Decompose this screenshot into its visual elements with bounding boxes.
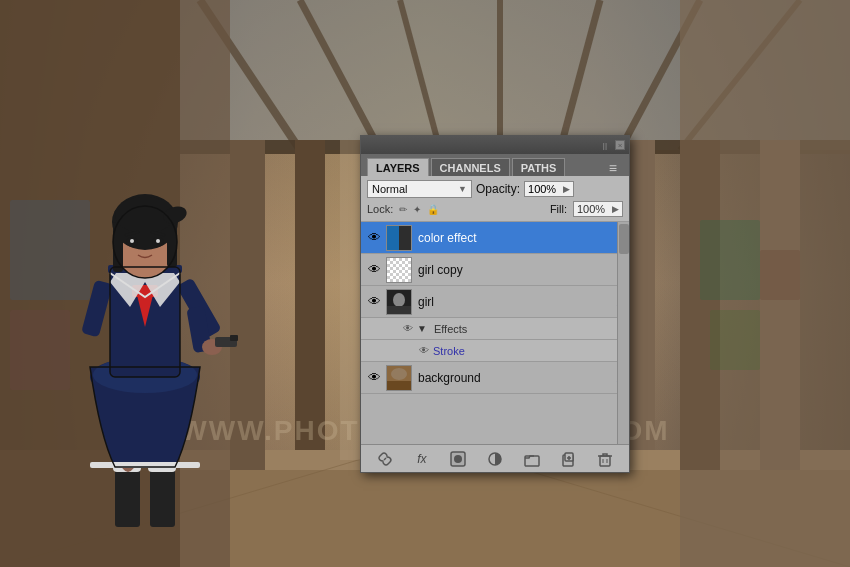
effects-text: Effects [434, 323, 467, 335]
panel-titlebar: || × [361, 136, 629, 154]
svg-point-69 [391, 368, 407, 380]
layer-name-girl-copy: girl copy [418, 263, 625, 277]
svg-rect-27 [115, 467, 140, 527]
girl-figure [20, 67, 270, 567]
tab-paths[interactable]: PATHS [512, 158, 566, 176]
layer-name-girl: girl [418, 295, 612, 309]
layer-name-color-effect: color effect [418, 231, 625, 245]
blend-mode-select[interactable]: Normal ▼ [367, 180, 472, 198]
blend-mode-row: Normal ▼ Opacity: 100% ▶ [367, 180, 623, 198]
layer-stroke-row[interactable]: 👁 Stroke [361, 340, 629, 362]
layer-thumb-girl-copy [386, 257, 412, 283]
svg-line-70 [384, 458, 386, 460]
lock-all-icon[interactable]: 🔒 [427, 204, 439, 215]
layer-list-scrollbar[interactable] [617, 222, 629, 444]
svg-rect-58 [399, 226, 411, 250]
panel-menu-button[interactable]: ≡ [603, 160, 623, 176]
layer-list: 👁 color effect 👁 [361, 222, 629, 444]
fill-input[interactable]: 100% ▶ [573, 201, 623, 217]
blend-mode-value: Normal [372, 183, 407, 195]
svg-rect-25 [710, 310, 760, 370]
footer-group-icon[interactable] [522, 449, 542, 469]
lock-label: Lock: [367, 203, 393, 215]
effects-eye-icon: 👁 [403, 323, 413, 334]
svg-rect-68 [387, 381, 411, 390]
layers-panel: || × LAYERS CHANNELS PATHS ≡ Normal ▼ Op… [360, 135, 630, 473]
svg-rect-63 [387, 258, 411, 282]
opacity-chevron: ▶ [563, 184, 570, 194]
panel-controls: Normal ▼ Opacity: 100% ▶ Lock: ✏ ✦ 🔒 Fil… [361, 176, 629, 222]
svg-point-53 [130, 239, 134, 243]
lock-position-icon[interactable]: ✦ [413, 204, 421, 215]
svg-rect-26 [760, 250, 800, 300]
eye-icon-background: 👁 [368, 370, 381, 385]
blend-chevron: ▼ [458, 184, 467, 194]
layer-item-girl[interactable]: 👁 girl fx [361, 286, 629, 318]
svg-point-72 [454, 455, 462, 463]
layer-item-girl-copy[interactable]: 👁 girl copy [361, 254, 629, 286]
panel-grip: || [603, 141, 607, 150]
layer-list-empty-space [361, 394, 629, 444]
footer-fx-icon[interactable]: fx [412, 449, 432, 469]
opacity-value: 100% [528, 183, 556, 195]
eye-icon-girl: 👁 [368, 294, 381, 309]
layer-name-background: background [418, 371, 612, 385]
svg-rect-44 [81, 280, 113, 338]
panel-close-button[interactable]: × [615, 140, 625, 150]
tab-layers[interactable]: LAYERS [367, 158, 429, 176]
layer-visibility-girl-copy[interactable]: 👁 [365, 261, 383, 279]
layer-effects-row[interactable]: 👁 ▼ Effects [361, 318, 629, 340]
layer-thumb-background [386, 365, 412, 391]
fill-value: 100% [577, 203, 605, 215]
layer-item-color-effect[interactable]: 👁 color effect [361, 222, 629, 254]
stroke-label: Stroke [433, 345, 465, 357]
svg-rect-66 [387, 306, 411, 314]
tab-channels[interactable]: CHANNELS [431, 158, 510, 176]
layer-visibility-girl[interactable]: 👁 [365, 293, 383, 311]
fx-label: fx [417, 452, 426, 466]
eye-icon-girl-copy: 👁 [368, 262, 381, 277]
svg-rect-79 [600, 456, 610, 466]
opacity-label: Opacity: [476, 182, 520, 196]
layer-thumb-color-effect [386, 225, 412, 251]
effects-arrow: ▼ [417, 323, 427, 334]
panel-footer: fx [361, 444, 629, 472]
layer-visibility-background[interactable]: 👁 [365, 369, 383, 387]
svg-rect-28 [150, 467, 175, 527]
svg-rect-20 [680, 140, 720, 470]
svg-rect-21 [760, 140, 800, 470]
layer-list-container: 👁 color effect 👁 [361, 222, 629, 444]
scrollbar-thumb[interactable] [619, 224, 629, 254]
footer-link-icon[interactable] [375, 449, 395, 469]
stroke-eye-icon: 👁 [419, 345, 429, 356]
layer-thumb-girl [386, 289, 412, 315]
opacity-input[interactable]: 100% ▶ [524, 181, 574, 197]
layer-visibility-color-effect[interactable]: 👁 [365, 229, 383, 247]
fill-label: Fill: [550, 203, 567, 215]
lock-pixel-icon[interactable]: ✏ [399, 204, 407, 215]
svg-rect-24 [700, 220, 760, 300]
svg-rect-18 [295, 140, 325, 450]
layer-item-background[interactable]: 👁 background fx [361, 362, 629, 394]
lock-row: Lock: ✏ ✦ 🔒 Fill: 100% ▶ [367, 201, 623, 217]
footer-delete-icon[interactable] [595, 449, 615, 469]
footer-mask-icon[interactable] [448, 449, 468, 469]
svg-point-54 [156, 239, 160, 243]
panel-tabs-container: LAYERS CHANNELS PATHS ≡ [361, 154, 629, 176]
effects-label: ▼ Effects [417, 323, 467, 335]
footer-new-layer-icon[interactable] [558, 449, 578, 469]
eye-icon-color-effect: 👁 [368, 230, 381, 245]
svg-point-65 [393, 293, 405, 307]
footer-adjustment-icon[interactable] [485, 449, 505, 469]
svg-rect-43 [230, 335, 238, 341]
fill-chevron: ▶ [612, 204, 619, 214]
